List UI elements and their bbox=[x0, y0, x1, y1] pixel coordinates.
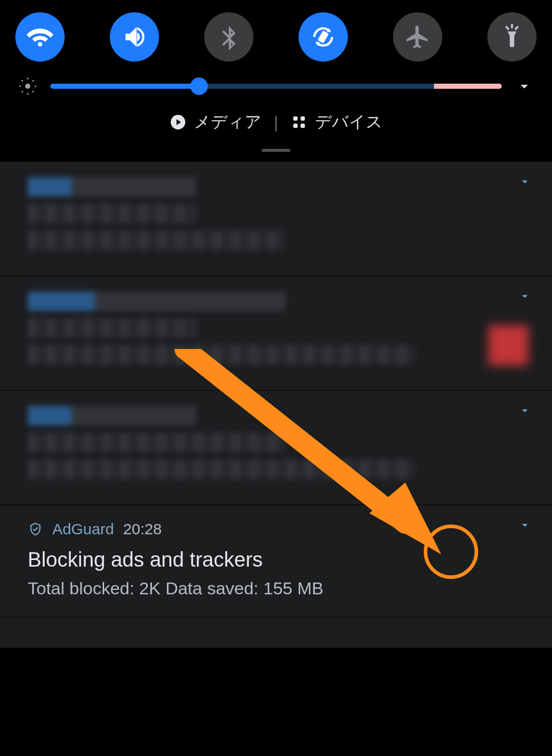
notification-item[interactable] bbox=[0, 617, 552, 648]
brightness-expand[interactable] bbox=[514, 76, 535, 96]
notification-subtitle: Total blocked: 2K Data saved: 155 MB bbox=[28, 578, 524, 598]
brightness-thumb[interactable] bbox=[190, 77, 208, 95]
notification-item[interactable] bbox=[0, 390, 552, 505]
devices-button[interactable]: デバイス bbox=[290, 111, 383, 133]
devices-icon bbox=[290, 113, 308, 131]
panel-drag-handle[interactable] bbox=[262, 149, 290, 152]
redacted-text bbox=[28, 345, 415, 364]
devices-label: デバイス bbox=[315, 111, 383, 133]
brightness-icon bbox=[17, 76, 38, 96]
chevron-down-icon bbox=[518, 518, 531, 532]
airplane-toggle[interactable] bbox=[393, 12, 442, 62]
shield-icon bbox=[28, 521, 43, 537]
separator: | bbox=[274, 113, 278, 132]
sound-icon bbox=[121, 24, 148, 50]
svg-point-6 bbox=[22, 80, 23, 82]
brightness-row bbox=[0, 67, 552, 111]
sound-toggle[interactable] bbox=[110, 12, 159, 62]
play-circle-icon bbox=[169, 113, 187, 131]
redacted-text bbox=[28, 292, 286, 311]
svg-point-2 bbox=[27, 77, 28, 79]
auto-rotate-toggle[interactable] bbox=[299, 12, 348, 62]
notification-adguard[interactable]: AdGuard 20:28 Blocking ads and trackers … bbox=[0, 505, 552, 617]
media-devices-row: メディア | デバイス bbox=[0, 111, 552, 149]
redacted-text bbox=[28, 318, 196, 338]
airplane-icon bbox=[404, 24, 431, 50]
wifi-toggle[interactable] bbox=[15, 12, 65, 62]
redacted-text bbox=[28, 204, 196, 223]
redacted-text bbox=[28, 406, 196, 425]
notification-time: 20:28 bbox=[123, 520, 162, 538]
notification-item[interactable] bbox=[0, 161, 552, 276]
flashlight-toggle[interactable] bbox=[487, 12, 537, 62]
notification-header: AdGuard 20:28 bbox=[28, 520, 524, 538]
svg-rect-12 bbox=[301, 117, 305, 121]
redacted-text bbox=[28, 433, 286, 452]
chevron-down-icon bbox=[518, 404, 531, 417]
chevron-down-icon bbox=[518, 175, 531, 188]
svg-point-3 bbox=[27, 93, 28, 94]
notification-title: Blocking ads and trackers bbox=[28, 548, 524, 571]
bluetooth-toggle[interactable] bbox=[204, 12, 253, 62]
svg-point-5 bbox=[34, 85, 36, 87]
svg-point-1 bbox=[25, 84, 30, 89]
media-label: メディア bbox=[194, 111, 262, 133]
chevron-down-icon bbox=[516, 77, 533, 95]
notification-app-name: AdGuard bbox=[52, 520, 114, 538]
notification-expand[interactable] bbox=[518, 518, 531, 534]
notification-item[interactable] bbox=[0, 276, 552, 390]
svg-rect-14 bbox=[301, 124, 305, 128]
notification-expand[interactable] bbox=[518, 175, 531, 190]
svg-rect-0 bbox=[318, 30, 329, 43]
svg-point-7 bbox=[32, 91, 34, 92]
redacted-text bbox=[28, 230, 286, 250]
bluetooth-icon bbox=[215, 24, 242, 50]
media-button[interactable]: メディア bbox=[169, 111, 262, 133]
flashlight-icon bbox=[499, 24, 525, 50]
svg-point-8 bbox=[22, 91, 23, 92]
rotate-icon bbox=[310, 24, 337, 50]
wifi-icon bbox=[27, 24, 53, 50]
redacted-text bbox=[28, 459, 415, 479]
svg-point-9 bbox=[32, 80, 34, 82]
redacted-text bbox=[28, 177, 196, 197]
notification-expand[interactable] bbox=[518, 289, 531, 305]
svg-rect-11 bbox=[293, 117, 298, 121]
svg-point-4 bbox=[19, 85, 21, 87]
notification-badge bbox=[488, 325, 528, 365]
svg-rect-13 bbox=[293, 124, 298, 128]
quick-settings-row bbox=[0, 0, 552, 67]
chevron-down-icon bbox=[518, 289, 531, 303]
brightness-slider[interactable] bbox=[50, 84, 502, 89]
notification-expand[interactable] bbox=[518, 404, 531, 419]
